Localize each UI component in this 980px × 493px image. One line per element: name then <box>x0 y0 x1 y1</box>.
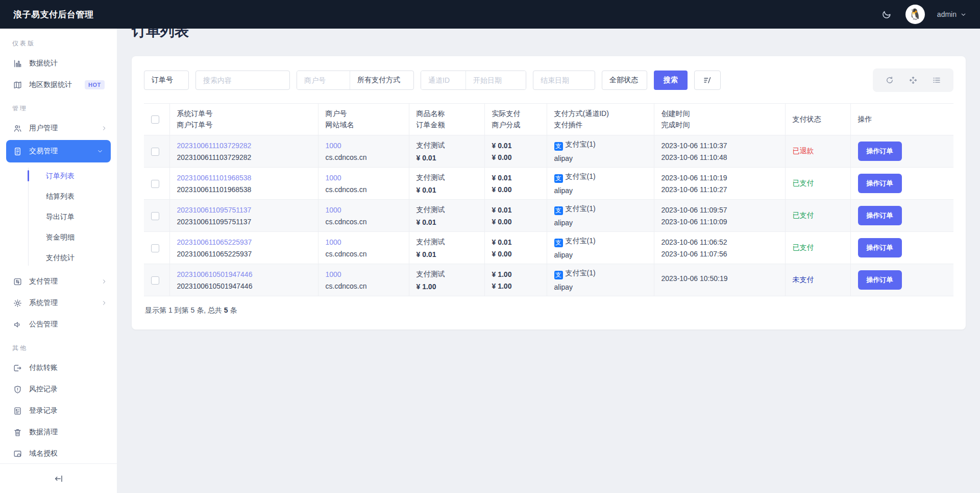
system-order-no-link[interactable]: 2023100611095751137 <box>177 206 311 214</box>
expand-arrows-icon <box>909 76 918 85</box>
merchant-id-link[interactable]: 1000 <box>326 238 402 246</box>
sidebar-item-label: 交易管理 <box>29 147 58 156</box>
product-name: 支付测试 <box>416 205 477 215</box>
summary-total: 5 <box>224 306 228 314</box>
sidebar-subitem-pay-stats[interactable]: 支付统计 <box>0 247 117 268</box>
fullscreen-button[interactable] <box>909 76 918 85</box>
merchant-id-link[interactable]: 1000 <box>326 142 402 150</box>
select-all-checkbox[interactable] <box>151 115 159 124</box>
sidebar-item-data-clean[interactable]: 数据清理 <box>0 421 117 443</box>
sidebar-item-user-mgmt[interactable]: 用户管理 <box>0 118 117 139</box>
system-order-no-link[interactable]: 2023100611103729282 <box>177 142 311 150</box>
pay-out-icon <box>13 363 22 373</box>
row-select-cell <box>144 168 169 200</box>
order-amount: ¥ 0.01 <box>416 186 477 194</box>
status-badge: 已支付 <box>793 211 814 219</box>
trash-icon <box>13 428 22 437</box>
end-date-input[interactable] <box>533 71 595 90</box>
chevron-right-icon <box>101 278 108 285</box>
order-list-card: 订单号 所有支付方式 全部状态 搜索 <box>132 56 966 330</box>
avatar[interactable]: 🐧 <box>905 5 925 24</box>
pay-method: 支支付宝(1) <box>554 140 647 151</box>
chevron-down-icon <box>96 148 104 155</box>
search-field-select[interactable]: 订单号 <box>144 71 189 90</box>
table-header: 系统订单号商户订单号商户号网站域名商品名称订单金额实际支付商户分成支付方式(通道… <box>144 104 953 135</box>
merchant-id-link[interactable]: 1000 <box>326 270 402 278</box>
system-order-no-link[interactable]: 2023100610501947446 <box>177 270 311 278</box>
site-domain: cs.cdncos.cn <box>326 282 402 290</box>
table-row: 2023100611101968538202310061110196853810… <box>144 168 953 200</box>
row-select-cell <box>144 200 169 232</box>
merchant-id-link[interactable]: 1000 <box>326 206 402 214</box>
sidebar-item-payout[interactable]: 付款转账 <box>0 357 117 379</box>
sidebar-item-data-stats[interactable]: 数据统计 <box>0 53 117 74</box>
row-checkbox[interactable] <box>151 148 159 156</box>
sidebar-subitem-fund-details[interactable]: 资金明细 <box>0 227 117 247</box>
refresh-button[interactable] <box>885 76 894 85</box>
channel-id-input[interactable] <box>421 71 465 89</box>
actual-pay: ¥ 0.01 <box>492 174 540 182</box>
sidebar-item-login-records[interactable]: 登录记录 <box>0 400 117 421</box>
merchant-id-input[interactable] <box>297 71 350 89</box>
sidebar-subitem-settle-list[interactable]: 结算列表 <box>0 186 117 206</box>
column-header: 实际支付商户分成 <box>484 104 547 135</box>
operate-order-button[interactable]: 操作订单 <box>858 270 902 290</box>
sidebar-item-risk-records[interactable]: 风控记录 <box>0 379 117 400</box>
start-date-input[interactable] <box>465 71 526 89</box>
completed-at: 2023-10-06 11:10:27 <box>662 185 778 194</box>
merchant-paymethod-group: 所有支付方式 <box>297 71 414 90</box>
status-select[interactable]: 全部状态 <box>602 71 647 90</box>
list-settings-icon <box>932 76 941 85</box>
actual-pay: ¥ 1.00 <box>492 270 540 278</box>
user-menu[interactable]: admin <box>937 10 967 18</box>
sidebar-subitem-order-list[interactable]: 订单列表 <box>0 166 117 186</box>
pay-method: 支支付宝(1) <box>554 237 647 247</box>
pay-method: 支支付宝(1) <box>554 269 647 279</box>
search-button[interactable]: 搜索 <box>654 71 688 90</box>
order-amount: ¥ 0.01 <box>416 218 477 226</box>
search-input[interactable] <box>195 71 290 90</box>
sidebar-nav: 仪表版数据统计地区数据统计HOT管理用户管理交易管理订单列表结算列表导出订单资金… <box>0 29 117 463</box>
column-settings-button[interactable] <box>932 76 941 85</box>
row-checkbox[interactable] <box>151 180 159 188</box>
merchant-id-link[interactable]: 1000 <box>326 174 402 182</box>
operate-order-button[interactable]: 操作订单 <box>858 206 902 225</box>
column-header: 支付方式(通道ID)支付插件 <box>547 104 654 135</box>
sidebar-collapse-button[interactable] <box>53 473 64 484</box>
sidebar-item-domain-auth[interactable]: 域名授权 <box>0 443 117 463</box>
sidebar-item-trade-mgmt[interactable]: 交易管理 <box>6 140 111 162</box>
summary-suffix: 条 <box>228 306 237 314</box>
dark-mode-toggle[interactable] <box>880 8 893 21</box>
row-select-cell <box>144 232 169 264</box>
sidebar-item-sys-mgmt[interactable]: 系统管理 <box>0 292 117 314</box>
sidebar-item-pay-mgmt[interactable]: 支付管理 <box>0 271 117 292</box>
filter-bar: 订单号 所有支付方式 全部状态 搜索 <box>144 68 953 92</box>
operate-order-button[interactable]: 操作订单 <box>858 238 902 257</box>
filter-options-button[interactable] <box>694 71 721 90</box>
row-checkbox[interactable] <box>151 276 159 285</box>
row-checkbox[interactable] <box>151 212 159 220</box>
table-body: 2023100611103729282202310061110372928210… <box>144 135 953 296</box>
orders-table: 系统订单号商户订单号商户号网站域名商品名称订单金额实际支付商户分成支付方式(通道… <box>144 103 953 296</box>
alipay-icon: 支 <box>554 271 563 279</box>
operate-order-button[interactable]: 操作订单 <box>858 142 902 161</box>
sidebar-item-notice-mgmt[interactable]: 公告管理 <box>0 314 117 335</box>
row-checkbox[interactable] <box>151 244 159 252</box>
row-select-cell <box>144 264 169 296</box>
collapse-left-icon <box>53 473 64 484</box>
sidebar-section-label: 管理 <box>0 96 117 118</box>
system-order-no-link[interactable]: 2023100611065225937 <box>177 238 311 246</box>
merchant-order-no: 2023100610501947446 <box>177 282 311 290</box>
order-amount: ¥ 0.01 <box>416 250 477 259</box>
created-at: 2023-10-06 11:10:37 <box>662 142 778 150</box>
merchant-order-no: 2023100611103729282 <box>177 153 311 161</box>
alipay-icon: 支 <box>554 239 563 247</box>
system-order-no-link[interactable]: 2023100611101968538 <box>177 174 311 182</box>
gear-icon <box>13 298 22 308</box>
pay-method-select[interactable]: 所有支付方式 <box>350 71 413 89</box>
operate-order-button[interactable]: 操作订单 <box>858 174 902 193</box>
transfer-icon <box>13 277 22 287</box>
sidebar-subitem-export-orders[interactable]: 导出订单 <box>0 206 117 227</box>
domain-icon <box>13 449 22 459</box>
sidebar-item-region-stats[interactable]: 地区数据统计HOT <box>0 74 117 96</box>
